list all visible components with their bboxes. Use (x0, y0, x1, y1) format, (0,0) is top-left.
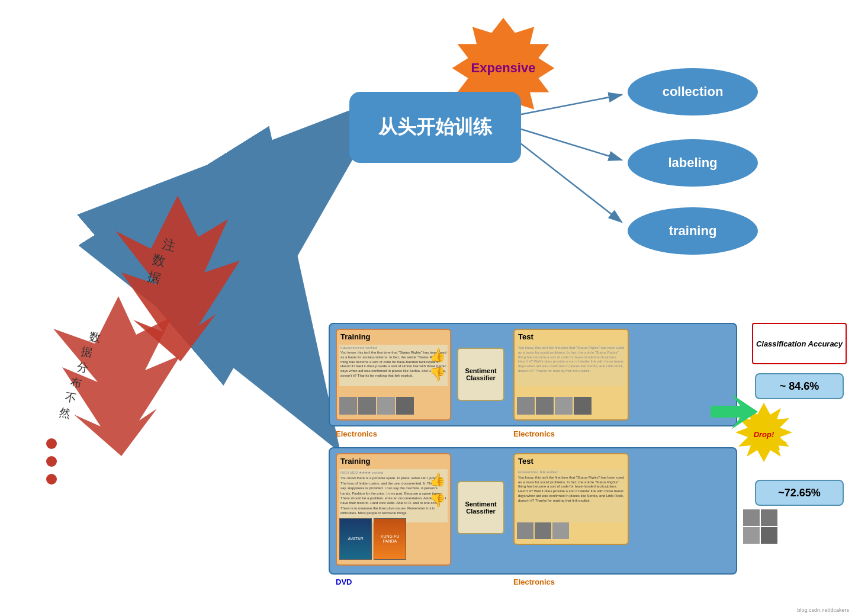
accuracy-label-box: Classification Accuracy (752, 323, 847, 364)
classifier-label-2: Sentiment Classifier (465, 500, 496, 515)
train-from-scratch-label: 从头开始训练 (378, 114, 492, 140)
training-label-2: Training (337, 454, 450, 468)
red-dot-1 (46, 438, 57, 449)
accuracy-value-text-1: ~ 84.6% (780, 380, 819, 393)
svg-text:不: 不 (64, 391, 77, 405)
domain-train-label-2: DVD (336, 578, 352, 586)
accuracy-label: Classification Accuracy (754, 337, 845, 351)
oval-training: training (628, 207, 758, 255)
domain-test-label-1: Electronics (513, 429, 555, 438)
diagram-row-1: Training Edward★★★★★ verified You know, … (329, 323, 737, 426)
test-label-2: Test (515, 454, 628, 468)
training-box-1: Training Edward★★★★★ verified You know, … (336, 329, 451, 421)
electronics-img-cell (743, 527, 760, 544)
classifier-box-2: Sentiment Classifier (457, 481, 504, 534)
oval-labeling-label: labeling (668, 155, 717, 171)
oval-labeling: labeling (628, 139, 758, 187)
svg-line-4 (515, 127, 622, 160)
training-box-2: Training RICH MED ★★★★ verified You know… (336, 453, 451, 566)
electronics-img-cell (761, 527, 777, 544)
test-box-2: Test Edward Paul ★★ verified You know, t… (513, 453, 629, 545)
electronics-img-cell (761, 509, 777, 526)
test-box-1: Test You know, this isn't the first time… (513, 329, 629, 421)
accuracy-value-2: ~72.65% (755, 480, 844, 506)
domain-train-label-1: Electronics (336, 429, 377, 438)
svg-text:据: 据 (80, 345, 93, 359)
oval-collection: collection (628, 68, 758, 116)
classifier-label-1: Sentiment Classifier (465, 367, 496, 381)
domain-test-label-2: Electronics (513, 578, 555, 586)
thunder-lower: 数 据 分 布 不 然 (36, 296, 178, 456)
oval-training-label: training (669, 223, 717, 239)
svg-text:然: 然 (58, 406, 71, 420)
red-dot-2 (46, 456, 57, 467)
drop-burst-svg: Drop! (737, 415, 790, 450)
svg-text:数: 数 (88, 330, 101, 344)
train-from-scratch-box: 从头开始训练 (349, 92, 521, 163)
drop-label-container: Drop! (737, 415, 790, 453)
red-dot-3 (46, 474, 57, 485)
svg-text:分: 分 (76, 360, 89, 374)
electronics-img-cell (743, 509, 760, 526)
svg-text:Drop!: Drop! (754, 430, 774, 439)
accuracy-value-text-2: ~72.65% (778, 487, 821, 499)
electronics-images-2 (743, 509, 777, 544)
expensive-label: Expensive (471, 60, 536, 76)
test-label-1: Test (515, 330, 628, 344)
classifier-box-1: Sentiment Classifier (457, 348, 504, 401)
svg-line-5 (515, 139, 622, 222)
oval-collection-label: collection (663, 84, 724, 100)
footnote: blog.csdn.net/dcakers (797, 607, 849, 613)
training-label-1: Training (337, 330, 450, 344)
svg-text:布: 布 (70, 376, 83, 390)
diagram-row-2: Training RICH MED ★★★★ verified You know… (329, 447, 737, 575)
accuracy-value-1: ~ 84.6% (755, 373, 844, 399)
